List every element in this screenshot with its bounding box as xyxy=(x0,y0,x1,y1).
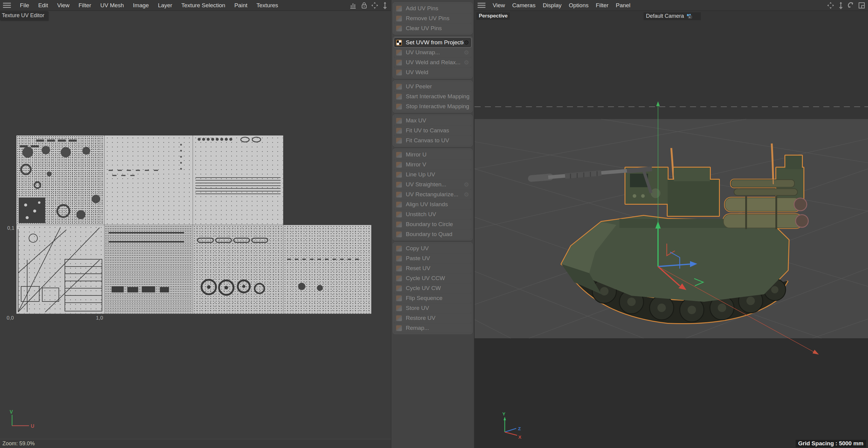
menu-item-uv-weld-and-relax[interactable]: UV Weld and Relax... ⚙ xyxy=(394,58,471,67)
menu-texture-selection[interactable]: Texture Selection xyxy=(181,2,225,9)
gear-icon[interactable]: ⚙ xyxy=(464,192,469,198)
menu-item-paste-uv[interactable]: Paste UV xyxy=(394,253,471,263)
line-up-uv-icon xyxy=(396,172,402,178)
menu-item-line-up-uv[interactable]: Line Up UV xyxy=(394,170,471,179)
menu-file[interactable]: File xyxy=(20,2,29,9)
menu-item-remap[interactable]: Remap... xyxy=(394,323,471,333)
uv-atlas-tile-bottom-right[interactable] xyxy=(193,225,283,314)
uv-axis-indicator: V U xyxy=(10,409,34,429)
camera-icon[interactable] xyxy=(686,13,693,19)
axis-y-label: Y xyxy=(502,411,505,416)
menu-vp-panel[interactable]: Panel xyxy=(616,2,630,9)
uv-command-panel: Add UV Pins Remove UV Pins Clear UV Pins… xyxy=(391,0,474,448)
menu-item-copy-uv[interactable]: Copy UV xyxy=(394,244,471,253)
boundary-to-quad-icon xyxy=(396,232,402,237)
menu-item-fit-canvas-to-uv[interactable]: Fit Canvas to UV xyxy=(394,136,471,145)
menu-item-restore-uv[interactable]: Restore UV xyxy=(394,313,471,323)
uv-atlas-tile-far-right[interactable] xyxy=(284,225,371,314)
uv-transform-group: Mirror U Mirror V Line Up UV UV Straight… xyxy=(393,149,472,240)
uv-atlas-tile-top-left[interactable] xyxy=(17,136,104,225)
uv-atlas-tile-bottom-middle[interactable] xyxy=(105,225,192,314)
menu-item-boundary-to-quad[interactable]: Boundary to Quad xyxy=(394,230,471,239)
menu-item-cycle-uv-ccw[interactable]: Cycle UV CCW xyxy=(394,273,471,283)
uv-interactive-group: UV Peeler Start Interactive Mapping Stop… xyxy=(393,80,472,112)
menu-item-uv-rectangularize[interactable]: UV Rectangularize... ⚙ xyxy=(394,189,471,199)
menu-layer[interactable]: Layer xyxy=(158,2,172,9)
menu-item-stop-interactive-mapping[interactable]: Stop Interactive Mapping xyxy=(394,102,471,111)
uv-projection-group: Set UVW from Projection... ⚙ UV Unwrap..… xyxy=(393,36,472,78)
menu-item-uv-unwrap[interactable]: UV Unwrap... ⚙ xyxy=(394,48,471,57)
viewport-camera-label[interactable]: Default Camera xyxy=(644,12,701,20)
menu-vp-view[interactable]: View xyxy=(493,2,505,9)
menu-item-max-uv[interactable]: Max UV xyxy=(394,116,471,126)
pan-icon[interactable] xyxy=(827,2,834,9)
menu-item-add-uv-pins[interactable]: Add UV Pins xyxy=(394,4,471,13)
pan-icon[interactable] xyxy=(371,2,378,9)
vertical-scroll-icon[interactable] xyxy=(382,2,388,9)
viewport-canvas[interactable]: Y Z X xyxy=(474,0,868,448)
align-uv-islands-icon xyxy=(396,202,402,207)
store-uv-icon xyxy=(396,305,402,311)
menu-item-mirror-u[interactable]: Mirror U xyxy=(394,150,471,160)
menu-edit[interactable]: Edit xyxy=(38,2,48,9)
paste-uv-icon xyxy=(396,256,402,262)
menu-item-uv-straighten[interactable]: UV Straighten... ⚙ xyxy=(394,180,471,189)
menu-item-flip-sequence[interactable]: Flip Sequence xyxy=(394,294,471,303)
copy-uv-icon xyxy=(396,246,402,251)
viewport-view-label[interactable]: Perspective xyxy=(476,12,510,20)
menu-view[interactable]: View xyxy=(57,2,69,9)
menu-item-reset-uv[interactable]: Reset UV xyxy=(394,264,471,273)
start-interactive-mapping-icon xyxy=(396,94,402,100)
uv-rectangularize-icon xyxy=(396,192,402,198)
menu-filter[interactable]: Filter xyxy=(79,2,91,9)
menu-textures[interactable]: Textures xyxy=(256,2,278,9)
menu-item-start-interactive-mapping[interactable]: Start Interactive Mapping xyxy=(394,92,471,101)
uv-label-u1: 1,0 xyxy=(96,315,103,321)
gear-icon[interactable]: ⚙ xyxy=(464,182,469,187)
menu-vp-filter[interactable]: Filter xyxy=(596,2,609,9)
rotate-icon[interactable] xyxy=(847,2,855,9)
histogram-icon[interactable] xyxy=(350,2,357,9)
maximize-icon[interactable] xyxy=(858,2,865,9)
menu-uv-mesh[interactable]: UV Mesh xyxy=(100,2,124,9)
remap-icon xyxy=(396,325,402,331)
menu-item-set-uvw-from-projection[interactable]: Set UVW from Projection... ⚙ xyxy=(394,38,471,47)
fit-uv-to-canvas-icon xyxy=(396,128,402,134)
gear-icon[interactable]: ⚙ xyxy=(464,60,469,65)
menu-vp-display[interactable]: Display xyxy=(543,2,561,9)
menu-item-unstitch-uv[interactable]: Unstitch UV xyxy=(394,210,471,219)
fit-canvas-to-uv-icon xyxy=(396,138,402,143)
hamburger-icon[interactable] xyxy=(477,3,486,8)
menu-item-store-uv[interactable]: Store UV xyxy=(394,303,471,313)
set-uvw-from-projection-icon xyxy=(396,40,402,45)
gear-icon[interactable]: ⚙ xyxy=(464,40,469,45)
menu-item-boundary-to-circle[interactable]: Boundary to Circle xyxy=(394,219,471,229)
menu-item-mirror-v[interactable]: Mirror V xyxy=(394,160,471,169)
uv-weld-icon xyxy=(396,70,402,75)
lock-icon[interactable] xyxy=(361,2,368,9)
uv-pins-group: Add UV Pins Remove UV Pins Clear UV Pins xyxy=(393,2,472,34)
menu-item-remove-uv-pins[interactable]: Remove UV Pins xyxy=(394,13,471,23)
uv-atlas-tile-top-middle[interactable] xyxy=(105,136,192,225)
uv-label-origin: 0,0 xyxy=(7,315,14,321)
menu-item-clear-uv-pins[interactable]: Clear UV Pins xyxy=(394,24,471,33)
menu-vp-cameras[interactable]: Cameras xyxy=(512,2,535,9)
menu-item-align-uv-islands[interactable]: Align UV Islands xyxy=(394,200,471,209)
perspective-viewport-pane: View Cameras Display Options Filter Pane… xyxy=(474,0,868,448)
gear-icon[interactable]: ⚙ xyxy=(464,50,469,56)
hamburger-icon[interactable] xyxy=(3,3,11,8)
menu-paint[interactable]: Paint xyxy=(235,2,247,9)
menu-item-fit-uv-to-canvas[interactable]: Fit UV to Canvas xyxy=(394,126,471,135)
menu-item-cycle-uv-cw[interactable]: Cycle UV CW xyxy=(394,283,471,293)
viewport-menubar: View Cameras Display Options Filter Pane… xyxy=(474,0,868,11)
dolly-icon[interactable] xyxy=(838,2,844,9)
menu-vp-options[interactable]: Options xyxy=(569,2,588,9)
uv-editor-tab[interactable]: Texture UV Editor xyxy=(0,11,48,20)
uv-atlas-tile-bottom-left[interactable] xyxy=(17,225,104,314)
menu-item-uv-peeler[interactable]: UV Peeler xyxy=(394,82,471,91)
uv-atlas-tile-top-right[interactable] xyxy=(193,136,283,225)
menu-image[interactable]: Image xyxy=(133,2,149,9)
menu-item-uv-weld[interactable]: UV Weld xyxy=(394,68,471,77)
axis-x-label: X xyxy=(518,435,521,440)
stop-interactive-mapping-icon xyxy=(396,104,402,109)
